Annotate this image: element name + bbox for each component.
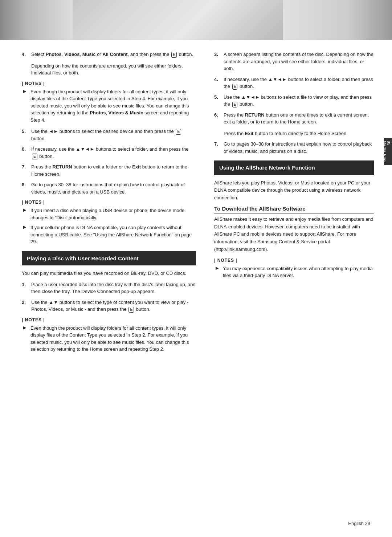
side-tab: 05 Media Play [384, 138, 392, 165]
step-content: Use the ◄► buttons to select the desired… [31, 128, 196, 142]
step-content: Use the ▲▼ buttons to select the type of… [31, 299, 196, 313]
step-content: Place a user recorded disc into the disc… [31, 281, 196, 295]
step-disc-2: 2. Use the ▲▼ buttons to select the type… [22, 299, 196, 313]
disc-intro: You can play multimedia files you have r… [22, 270, 196, 277]
step-content: Press the RETURN button one or more time… [224, 111, 374, 137]
step-number: 5. [214, 94, 221, 108]
allshare-intro: AllShare lets you play Photos, Videos, o… [214, 179, 374, 202]
step-number: 8. [22, 181, 29, 195]
enter-button-icon: E [232, 84, 238, 90]
bullet-icon: ▶ [216, 265, 221, 279]
notes-text: You may experience compatibility issues … [223, 265, 374, 279]
step-number: 1. [22, 281, 29, 295]
step-disc-1: 1. Place a user recorded disc into the d… [22, 281, 196, 295]
step-content: Use the ▲▼◄► buttons to select a file to… [224, 94, 374, 108]
content-area: 4. Select Photos, Videos, Music or All C… [0, 40, 392, 372]
footer-text: English 29 [348, 521, 370, 526]
step-right-3: 3. A screen appears listing the contents… [214, 51, 374, 72]
bullet-icon: ▶ [23, 224, 28, 245]
step-right-5: 5. Use the ▲▼◄► buttons to select a file… [214, 94, 374, 108]
enter-button-icon: E [232, 102, 238, 107]
step-right-6: 6. Press the RETURN button one or more t… [214, 111, 374, 137]
step-number: 7. [22, 163, 29, 178]
enter-button-icon: E [171, 52, 177, 58]
step-number: 6. [22, 146, 29, 160]
enter-button-icon: E [128, 307, 134, 313]
bullet-icon: ▶ [23, 88, 28, 124]
notes-item-3: ▶ Even though the product will display f… [22, 325, 196, 353]
step-content: Go to pages 30–38 for instructions that … [224, 141, 374, 155]
step-number: 5. [22, 128, 29, 142]
notes-text: Even though the product will display fol… [30, 88, 196, 124]
enter-button-icon: E [176, 129, 181, 135]
notes-label: | NOTES | [214, 258, 374, 263]
step-content: If necessary, use the ▲▼◄► buttons to se… [31, 146, 196, 160]
step-number: 6. [214, 111, 221, 137]
notes-block-1: | NOTES | ▶ Even though the product will… [22, 81, 196, 124]
step-right-7: 7. Go to pages 30–38 for instructions th… [214, 141, 374, 155]
notes-block-allshare: | NOTES | ▶ You may experience compatibi… [214, 258, 374, 279]
section-heading-disc: Playing a Disc with User Recorded Conten… [22, 251, 196, 266]
side-tab-label: Media Play [383, 141, 387, 162]
step-content: Press the RETURN button to exit a folder… [31, 163, 196, 178]
notes-item-1: ▶ Even though the product will display f… [22, 88, 196, 124]
step-indent: Depending on how the contents are arrang… [31, 62, 196, 77]
right-column: 3. A screen appears listing the contents… [207, 51, 374, 357]
step-usb-8: 8. Go to pages 30–38 for instructions th… [22, 181, 196, 195]
notes-item-allshare: ▶ You may experience compatibility issue… [214, 265, 374, 279]
step-number: 7. [214, 141, 221, 155]
notes-label: | NOTES | [22, 200, 196, 205]
notes-item-2a: ▶ If you insert a disc when playing a US… [22, 207, 196, 221]
step-usb-6: 6. If necessary, use the ▲▼◄► buttons to… [22, 146, 196, 160]
notes-block-3: | NOTES | ▶ Even though the product will… [22, 317, 196, 353]
download-text: AllShare makes it easy to retrieve and e… [214, 216, 374, 253]
bullet-icon: ▶ [23, 325, 28, 353]
enter-button-icon: E [32, 154, 37, 159]
notes-item-2b: ▶ If your cellular phone is DLNA compati… [22, 224, 196, 245]
side-tab-number: 05 [387, 141, 391, 161]
step-number: 4. [22, 51, 29, 77]
notes-text: If you insert a disc when playing a USB … [30, 207, 196, 221]
step-usb-7: 7. Press the RETURN button to exit a fol… [22, 163, 196, 178]
step-content: Go to pages 30–38 for instructions that … [31, 181, 196, 195]
notes-block-2: | NOTES | ▶ If you insert a disc when pl… [22, 200, 196, 245]
step-number: 4. [214, 76, 221, 90]
header-banner [0, 0, 392, 40]
notes-label: | NOTES | [22, 317, 196, 322]
step-text: Select Photos, Videos, Music or All Cont… [31, 52, 193, 57]
step-content: If necessary, use the ▲▼◄► buttons to se… [224, 76, 374, 90]
step-indent: Press the Exit button to return directly… [224, 130, 374, 137]
step-number: 2. [22, 299, 29, 313]
step-content: A screen appears listing the contents of… [224, 51, 374, 72]
step-usb-4: 4. Select Photos, Videos, Music or All C… [22, 51, 196, 77]
step-number: 3. [214, 51, 221, 72]
notes-text: Even though the product will display fol… [30, 325, 196, 353]
bullet-icon: ▶ [23, 207, 28, 221]
notes-text: If your cellular phone is DLNA compatibl… [30, 224, 196, 245]
allshare-section-heading: Using the AllShare Network Function [214, 160, 374, 175]
step-content: Select Photos, Videos, Music or All Cont… [31, 51, 196, 77]
footer: English 29 [348, 521, 370, 526]
notes-label: | NOTES | [22, 81, 196, 86]
download-subheading: To Download the AllShare Software [214, 206, 374, 213]
step-usb-5: 5. Use the ◄► buttons to select the desi… [22, 128, 196, 142]
left-column: 4. Select Photos, Videos, Music or All C… [22, 51, 196, 357]
step-right-4: 4. If necessary, use the ▲▼◄► buttons to… [214, 76, 374, 90]
